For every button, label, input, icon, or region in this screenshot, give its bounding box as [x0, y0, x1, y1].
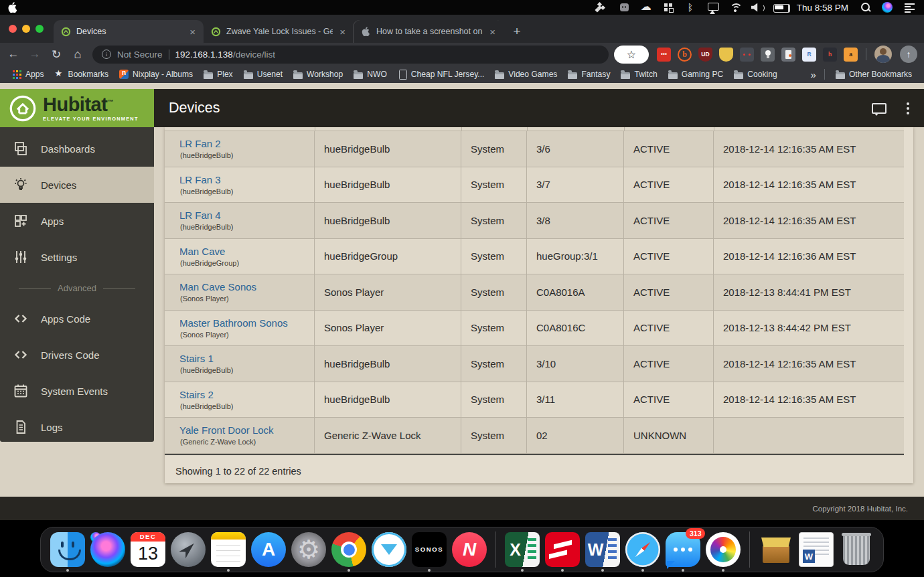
- dock-item-system-preferences[interactable]: [291, 532, 326, 567]
- sidebar-item-logs[interactable]: Logs: [0, 409, 154, 445]
- browser-tab-zwave-yale-lock-issues-get-s[interactable]: Zwave Yale Lock Issues - Get S: [204, 20, 354, 43]
- status-icon-spotlight[interactable]: [860, 2, 872, 13]
- sidebar-item-apps-code[interactable]: Apps Code: [0, 301, 154, 337]
- menu-bar-clock[interactable]: Thu 8:58 PM: [797, 3, 848, 13]
- status-icon-battery[interactable]: [773, 2, 785, 13]
- dock-item-news[interactable]: N: [452, 532, 487, 567]
- device-name-link[interactable]: Man Cave Sonos: [179, 281, 256, 293]
- extension-icon-bitly[interactable]: b: [678, 48, 692, 62]
- dock-item-sketchup[interactable]: [545, 532, 580, 567]
- forward-button[interactable]: [28, 48, 42, 61]
- bookmark-item-gaming-pc[interactable]: Gaming PC: [663, 68, 729, 81]
- device-row-lr-fan-3: LR Fan 3 (hueBridgeBulb) hueBridgeBulb S…: [165, 167, 904, 203]
- dock-item-calendar[interactable]: DEC13: [131, 532, 165, 567]
- dock-item-launchpad[interactable]: [171, 532, 206, 567]
- status-icon-dropbox[interactable]: [597, 2, 609, 13]
- bookmark-item-nwo[interactable]: NWO: [348, 68, 392, 81]
- status-icon-volume[interactable]: [751, 2, 763, 13]
- browser-tab-how-to-take-a-screenshot-on-y[interactable]: How to take a screenshot on y: [354, 20, 504, 43]
- status-icon-wifi[interactable]: [729, 2, 741, 13]
- status-icon-bartender[interactable]: [663, 2, 675, 13]
- browser-update-button[interactable]: [900, 46, 917, 63]
- other-bookmarks-folder[interactable]: Other Bookmarks: [830, 68, 917, 81]
- bookmark-star-button[interactable]: [614, 46, 649, 64]
- dock-item-excel[interactable]: X: [505, 532, 540, 567]
- bookmarks-overflow-chevron[interactable]: [808, 69, 819, 80]
- extension-icon-lastpass[interactable]: •••: [657, 48, 671, 62]
- dock-item-safari[interactable]: [625, 532, 660, 567]
- tab-close-icon[interactable]: [188, 26, 197, 37]
- extension-icon-lightbulb[interactable]: [761, 48, 775, 62]
- profile-avatar[interactable]: [874, 46, 892, 63]
- status-icon-notification-center[interactable]: [904, 2, 916, 13]
- sidebar-item-system-events[interactable]: System Events: [0, 373, 154, 409]
- reload-button[interactable]: [50, 48, 63, 62]
- bookmark-item-usenet[interactable]: Usenet: [238, 68, 288, 81]
- user-cell: System: [461, 167, 527, 203]
- status-icon-keeper[interactable]: [619, 2, 631, 13]
- dock-item-messages[interactable]: 313: [666, 532, 700, 567]
- dock-item-installer-package[interactable]: [759, 532, 793, 567]
- sidebar-item-devices[interactable]: Devices: [0, 167, 154, 203]
- tab-close-icon[interactable]: [338, 26, 347, 37]
- bookmark-item-cheap-nfl-jersey[interactable]: Cheap NFL Jersey...: [392, 68, 490, 81]
- dock-item-word-document[interactable]: W: [799, 532, 834, 567]
- hubitat-logo[interactable]: Hubitat™ ELEVATE YOUR ENVIRONMENT: [0, 89, 154, 127]
- bookmark-item-twitch[interactable]: Twitch: [615, 68, 662, 81]
- bookmark-item-video-games[interactable]: Video Games: [489, 68, 562, 81]
- device-name-link[interactable]: Master Bathroom Sonos: [179, 317, 288, 329]
- bookmark-item-workshop[interactable]: Workshop: [288, 68, 348, 81]
- device-name-link[interactable]: LR Fan 4: [179, 210, 221, 221]
- minimize-window-button[interactable]: [22, 25, 30, 33]
- dock-item-photos[interactable]: [706, 532, 741, 567]
- extension-icon-door[interactable]: [781, 48, 795, 62]
- sidebar-item-apps[interactable]: Apps: [0, 203, 154, 239]
- home-button[interactable]: [71, 48, 84, 62]
- dock-item-word[interactable]: W: [585, 532, 620, 567]
- dock-item-trash[interactable]: [839, 532, 874, 567]
- dock-item-chrome[interactable]: [331, 532, 366, 567]
- extension-icon-ublock[interactable]: UD: [698, 48, 712, 62]
- bookmark-item-fantasy[interactable]: Fantasy: [562, 68, 615, 81]
- tab-close-icon[interactable]: [488, 26, 497, 37]
- extension-icon-vader[interactable]: [740, 48, 754, 62]
- dock-item-notes[interactable]: [211, 532, 246, 567]
- kebab-menu-icon[interactable]: [907, 102, 909, 114]
- sidebar-item-drivers-code[interactable]: Drivers Code: [0, 337, 154, 373]
- back-button[interactable]: [7, 48, 20, 61]
- device-name-link[interactable]: Yale Front Door Lock: [179, 424, 274, 436]
- dock-item-app-store[interactable]: A: [251, 532, 286, 567]
- device-name-link[interactable]: Stairs 2: [179, 389, 214, 400]
- close-window-button[interactable]: [9, 25, 17, 33]
- info-icon[interactable]: [102, 50, 111, 59]
- browser-tab-devices[interactable]: Devices: [54, 20, 204, 43]
- device-name-link[interactable]: LR Fan 2: [179, 138, 221, 149]
- bookmark-item-bookmarks[interactable]: Bookmarks: [50, 68, 114, 81]
- extension-icon-res[interactable]: R: [802, 48, 816, 62]
- apple-menu[interactable]: [8, 2, 17, 13]
- device-name-link[interactable]: LR Fan 3: [179, 174, 221, 185]
- bookmark-item-plex[interactable]: Plex: [198, 68, 238, 81]
- device-name-link[interactable]: Man Cave: [179, 246, 225, 257]
- dock-item-sonos[interactable]: SONOS: [412, 532, 447, 567]
- address-bar[interactable]: Not Secure 192.168.1.138/device/list: [92, 46, 609, 64]
- bookmark-item-nixplay-albums[interactable]: Nixplay - Albums: [114, 68, 198, 81]
- status-icon-bluetooth[interactable]: [685, 2, 697, 13]
- dock-item-siri[interactable]: [90, 532, 125, 567]
- sidebar-item-settings[interactable]: Settings: [0, 239, 154, 275]
- dock-item-airmail[interactable]: [372, 532, 406, 567]
- extension-icon-honey[interactable]: h: [823, 48, 837, 62]
- bookmark-item-cooking[interactable]: Cooking: [728, 68, 782, 81]
- chat-bubble-icon[interactable]: [872, 103, 887, 114]
- extension-icon-amazon[interactable]: a: [844, 48, 858, 62]
- status-icon-onedrive[interactable]: [641, 2, 653, 13]
- zoom-window-button[interactable]: [35, 25, 44, 33]
- device-name-link[interactable]: Stairs 1: [179, 353, 214, 364]
- status-icon-airplay[interactable]: [707, 2, 719, 13]
- dock-item-finder[interactable]: [50, 532, 85, 567]
- sidebar-item-dashboards[interactable]: Dashboards: [0, 131, 154, 167]
- bookmark-item-apps[interactable]: Apps: [7, 68, 50, 81]
- status-icon-siri[interactable]: [882, 2, 894, 13]
- extension-icon-gold-shield[interactable]: [719, 48, 733, 62]
- new-tab-button[interactable]: [508, 22, 526, 41]
